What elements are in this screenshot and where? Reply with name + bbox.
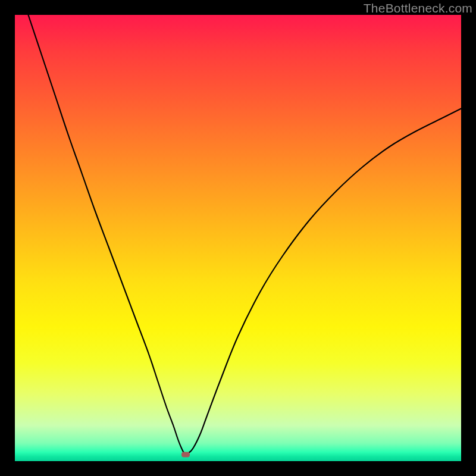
watermark-text: TheBottleneck.com — [364, 1, 472, 15]
bottleneck-curve — [15, 15, 461, 461]
chart-container: TheBottleneck.com — [0, 0, 476, 476]
optimal-point-marker — [181, 452, 190, 457]
